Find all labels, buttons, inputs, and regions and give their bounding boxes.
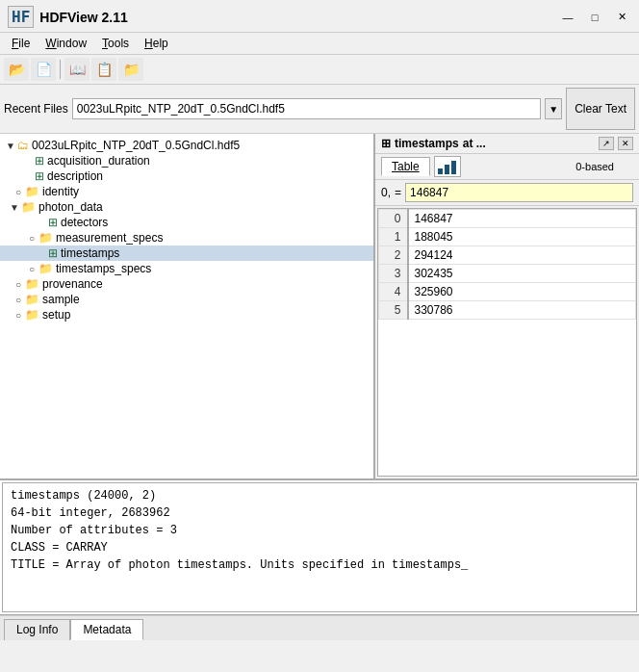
identity-folder-icon: 📁: [25, 185, 39, 198]
book-button[interactable]: 📖: [64, 58, 89, 81]
prov-expand-icon: ○: [12, 279, 25, 290]
table-row[interactable]: 5330786: [379, 301, 636, 320]
tree-item-timestamps-specs[interactable]: ○ 📁 timestamps_specs: [0, 261, 373, 276]
metadata-tab[interactable]: Metadata: [70, 619, 143, 640]
data-panel-name: timestamps: [395, 137, 459, 150]
app-icon: HF: [8, 6, 34, 28]
data-table-container: 0146847118804522941243302435432596053307…: [377, 208, 637, 477]
recent-files-input[interactable]: [72, 98, 541, 119]
data-tabs: Table 0-based: [375, 154, 639, 180]
index-value-input[interactable]: [405, 183, 633, 202]
sample-folder-icon: 📁: [25, 293, 39, 306]
tree-panel: ▼ 🗂 0023uLRpitc_NTP_20dT_0.5GndCl.hdf5 ⊞…: [0, 134, 375, 478]
panel-external-button[interactable]: ↗: [599, 137, 614, 150]
sample-label: sample: [42, 293, 80, 306]
close-button[interactable]: ✕: [612, 10, 631, 25]
data-table: 0146847118804522941243302435432596053307…: [378, 209, 636, 320]
title-bar-left: HF HDFView 2.11: [8, 6, 128, 28]
tree-item-description[interactable]: ⊞ description: [0, 168, 373, 184]
photon-expand-icon: ▼: [8, 202, 21, 213]
ts-label: timestamps: [61, 246, 119, 260]
desc-label: description: [47, 169, 103, 183]
tsspec-folder-icon: 📁: [38, 262, 53, 275]
row-value-cell: 330786: [408, 301, 636, 320]
desc-dataset-icon: ⊞: [35, 169, 44, 183]
menu-help[interactable]: Help: [137, 35, 176, 52]
recent-files-label: Recent Files: [4, 102, 68, 116]
menu-tools[interactable]: Tools: [94, 35, 137, 52]
row-index-cell: 4: [379, 283, 408, 301]
info-line: timestamps (24000, 2): [11, 487, 628, 504]
row-index-cell: 2: [379, 246, 408, 265]
photon-folder-icon: 📁: [21, 200, 36, 214]
data-panel-subtitle: at ...: [463, 137, 486, 150]
log-info-tab[interactable]: Log Info: [4, 619, 70, 640]
title-bar: HF HDFView 2.11 — □ ✕: [0, 0, 639, 33]
table-row[interactable]: 0146847: [379, 210, 636, 228]
table-row[interactable]: 1188045: [379, 228, 636, 246]
tree-item-measurement-specs[interactable]: ○ 📁 measurement_specs: [0, 230, 373, 246]
tree-item-photon-data[interactable]: ▼ 📁 photon_data: [0, 199, 373, 215]
tree-root[interactable]: ▼ 🗂 0023uLRpitc_NTP_20dT_0.5GndCl.hdf5: [0, 138, 373, 153]
menu-file[interactable]: File: [4, 35, 38, 52]
chart-bar-3: [451, 161, 456, 174]
meas-folder-icon: 📁: [38, 231, 53, 245]
index-row: 0, =: [375, 180, 639, 206]
toolbar-separator: [60, 60, 61, 79]
acq-dataset-icon: ⊞: [35, 154, 44, 168]
meas-label: measurement_specs: [56, 231, 163, 245]
prov-label: provenance: [42, 277, 103, 291]
chart-bar-1: [438, 168, 443, 174]
tree-item-acquisition[interactable]: ⊞ acquisition_duration: [0, 153, 373, 168]
main-content: ▼ 🗂 0023uLRpitc_NTP_20dT_0.5GndCl.hdf5 ⊞…: [0, 134, 639, 480]
row-value-cell: 146847: [408, 210, 636, 228]
row-index-cell: 1: [379, 228, 408, 246]
table-tab[interactable]: Table: [381, 157, 430, 176]
panel-close-button[interactable]: ✕: [618, 137, 633, 150]
info-panel: timestamps (24000, 2) 64-bit integer, 26…: [0, 480, 639, 615]
index-eq: =: [395, 186, 401, 199]
row-index-cell: 5: [379, 301, 408, 320]
info-content: timestamps (24000, 2) 64-bit integer, 26…: [2, 482, 637, 612]
tree-item-detectors[interactable]: ⊞ detectors: [0, 215, 373, 230]
info-line: CLASS = CARRAY: [11, 539, 628, 556]
open-folder-button[interactable]: 📂: [4, 58, 29, 81]
tsspec-expand-icon: ○: [25, 264, 38, 274]
table-row[interactable]: 4325960: [379, 283, 636, 301]
recent-files-bar: Recent Files ▼ Clear Text: [0, 85, 639, 134]
identity-expand-icon: ○: [12, 187, 25, 197]
chart-bar-2: [445, 165, 449, 174]
clear-text-button[interactable]: Clear Text: [566, 88, 635, 130]
setup-expand-icon: ○: [12, 310, 25, 321]
tree-item-provenance[interactable]: ○ 📁 provenance: [0, 276, 373, 292]
tree-item-sample[interactable]: ○ 📁 sample: [0, 292, 373, 307]
index-label: 0,: [381, 186, 391, 199]
minimize-button[interactable]: —: [558, 10, 577, 25]
chart-icon[interactable]: [434, 156, 461, 177]
menu-bar: File Window Tools Help: [0, 33, 639, 55]
det-label: detectors: [61, 216, 108, 229]
open-file-button[interactable]: 📄: [31, 58, 56, 81]
maximize-button[interactable]: □: [585, 10, 604, 25]
tree-item-setup[interactable]: ○ 📁 setup: [0, 307, 373, 323]
ts-dataset-icon: ⊞: [48, 246, 58, 260]
row-value-cell: 188045: [408, 228, 636, 246]
paste-button[interactable]: 📁: [118, 58, 143, 81]
recent-files-dropdown[interactable]: ▼: [545, 98, 562, 119]
tree-item-timestamps[interactable]: ⊞ timestamps: [0, 246, 373, 261]
table-row[interactable]: 2294124: [379, 246, 636, 265]
data-panel-controls: ↗ ✕: [599, 137, 633, 150]
data-panel-header: ⊞ timestamps at ... ↗ ✕: [375, 134, 639, 154]
row-index-cell: 0: [379, 210, 408, 228]
info-line: 64-bit integer, 2683962: [11, 504, 628, 522]
root-folder-icon: 🗂: [17, 139, 29, 152]
root-label: 0023uLRpitc_NTP_20dT_0.5GndCl.hdf5: [32, 139, 240, 152]
data-panel: ⊞ timestamps at ... ↗ ✕ Table 0-based 0,…: [375, 134, 639, 478]
meas-expand-icon: ○: [25, 233, 38, 244]
data-table-icon: ⊞: [381, 137, 391, 150]
table-row[interactable]: 3302435: [379, 265, 636, 283]
copy-button[interactable]: 📋: [91, 58, 116, 81]
tree-item-identity[interactable]: ○ 📁 identity: [0, 184, 373, 199]
menu-window[interactable]: Window: [38, 35, 94, 52]
setup-folder-icon: 📁: [25, 308, 39, 322]
